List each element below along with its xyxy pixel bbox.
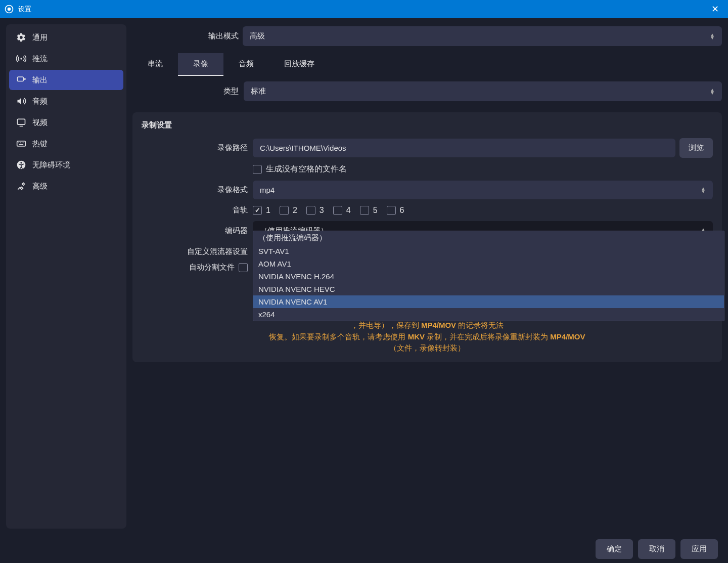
sidebar-item-label: 音频 xyxy=(32,97,48,106)
track-5-label: 5 xyxy=(373,206,378,215)
track-3-checkbox[interactable] xyxy=(306,206,315,215)
sidebar-item-general[interactable]: 通用 xyxy=(9,27,123,48)
track-1-checkbox[interactable] xyxy=(253,206,262,215)
svg-point-1 xyxy=(8,8,11,11)
sidebar-item-label: 视频 xyxy=(32,118,48,127)
monitor-output-icon xyxy=(16,75,26,85)
track-1-label: 1 xyxy=(266,206,270,215)
rec-path-row: 录像路径 C:\Users\ITHOME\Videos 浏览 xyxy=(142,138,713,158)
encoder-option-x264[interactable]: x264 xyxy=(253,308,724,321)
type-row: 类型 标准 ▲▼ xyxy=(132,81,722,101)
svg-point-7 xyxy=(18,143,19,144)
sidebar-item-label: 推流 xyxy=(32,54,48,64)
sidebar-item-label: 高级 xyxy=(32,182,48,191)
section-title: 录制设置 xyxy=(142,120,713,130)
keyboard-icon xyxy=(16,139,26,149)
rec-format-label: 录像格式 xyxy=(142,185,248,195)
no-spaces-checkbox[interactable] xyxy=(253,165,262,174)
speaker-icon xyxy=(16,96,26,106)
sidebar: 通用 推流 输出 音频 视频 热键 无障碍环境 高级 xyxy=(6,24,126,529)
encoder-option-aom-av1[interactable]: AOM AV1 xyxy=(253,257,724,270)
encoder-option-nvenc-h264[interactable]: NVIDIA NVENC H.264 xyxy=(253,270,724,283)
output-mode-label: 输出模式 xyxy=(132,31,239,41)
svg-point-2 xyxy=(20,58,22,59)
audio-tracks-label: 音轨 xyxy=(142,205,248,215)
no-spaces-row: 生成没有空格的文件名 xyxy=(142,164,713,175)
encoder-dropdown[interactable]: （使用推流编码器） SVT-AV1 AOM AV1 NVIDIA NVENC H… xyxy=(253,231,724,321)
svg-rect-6 xyxy=(17,141,26,146)
output-mode-select[interactable]: 高级 ▲▼ xyxy=(243,26,722,46)
tools-icon xyxy=(16,181,26,191)
app-icon xyxy=(4,4,14,14)
cancel-button[interactable]: 取消 xyxy=(638,539,675,559)
type-value: 标准 xyxy=(251,86,266,96)
output-mode-row: 输出模式 高级 ▲▼ xyxy=(132,24,722,48)
track-4-label: 4 xyxy=(346,206,351,215)
track-6-label: 6 xyxy=(400,206,404,215)
track-2-label: 2 xyxy=(293,206,297,215)
rec-path-label: 录像路径 xyxy=(142,143,248,153)
sidebar-item-accessibility[interactable]: 无障碍环境 xyxy=(9,155,123,175)
footer: 确定 取消 应用 xyxy=(0,535,728,563)
rec-path-input[interactable]: C:\Users\ITHOME\Videos xyxy=(253,139,675,157)
track-4-checkbox[interactable] xyxy=(333,206,342,215)
encoder-option-svt-av1[interactable]: SVT-AV1 xyxy=(253,245,724,257)
sidebar-item-output[interactable]: 输出 xyxy=(9,70,123,90)
window-title: 设置 xyxy=(18,5,706,14)
sidebar-item-label: 热键 xyxy=(32,139,48,149)
svg-rect-4 xyxy=(18,119,25,124)
auto-split-label: 自动分割文件 xyxy=(189,263,235,272)
encoder-option-nvenc-hevc[interactable]: NVIDIA NVENC HEVC xyxy=(253,283,724,295)
sidebar-item-hotkeys[interactable]: 热键 xyxy=(9,134,123,154)
tab-streaming[interactable]: 串流 xyxy=(132,53,178,76)
svg-point-9 xyxy=(22,143,23,144)
sidebar-item-advanced[interactable]: 高级 xyxy=(9,176,123,196)
auto-split-checkbox[interactable] xyxy=(239,263,248,272)
type-select[interactable]: 标准 ▲▼ xyxy=(244,81,722,101)
rec-format-value: mp4 xyxy=(260,186,275,194)
chevron-updown-icon: ▲▼ xyxy=(710,89,715,95)
audio-tracks-row: 音轨 1 2 3 4 5 6 xyxy=(142,205,713,215)
close-button[interactable]: ✕ xyxy=(706,4,724,15)
svg-point-10 xyxy=(23,143,24,144)
sidebar-item-audio[interactable]: 音频 xyxy=(9,91,123,111)
chevron-updown-icon: ▲▼ xyxy=(710,33,715,39)
rec-format-select[interactable]: mp4 ▲▼ xyxy=(253,181,713,199)
svg-point-13 xyxy=(20,162,22,163)
antenna-icon xyxy=(16,54,26,64)
ok-button[interactable]: 确定 xyxy=(596,539,633,559)
tab-replay-buffer[interactable]: 回放缓存 xyxy=(269,53,330,76)
tab-recording[interactable]: 录像 xyxy=(178,53,223,76)
sidebar-item-label: 通用 xyxy=(32,33,48,42)
encoder-label: 编码器 xyxy=(142,226,248,236)
encoder-option-stream[interactable]: （使用推流编码器） xyxy=(253,231,724,245)
gear-icon xyxy=(16,32,26,42)
encoder-option-nvenc-av1[interactable]: NVIDIA NVENC AV1 xyxy=(253,295,724,308)
track-3-label: 3 xyxy=(320,206,324,215)
sidebar-item-label: 无障碍环境 xyxy=(32,160,70,170)
sidebar-item-label: 输出 xyxy=(32,75,48,85)
sidebar-item-stream[interactable]: 推流 xyxy=(9,49,123,69)
browse-button[interactable]: 浏览 xyxy=(679,138,713,158)
display-icon xyxy=(16,117,26,127)
svg-rect-3 xyxy=(18,77,24,81)
svg-rect-11 xyxy=(19,144,23,145)
accessibility-icon xyxy=(16,160,26,170)
rec-format-row: 录像格式 mp4 ▲▼ xyxy=(142,181,713,199)
chevron-updown-icon: ▲▼ xyxy=(701,187,706,193)
titlebar: 设置 ✕ xyxy=(0,0,728,18)
apply-button[interactable]: 应用 xyxy=(680,539,718,559)
track-2-checkbox[interactable] xyxy=(280,206,289,215)
no-spaces-label: 生成没有空格的文件名 xyxy=(266,164,347,175)
sidebar-item-video[interactable]: 视频 xyxy=(9,112,123,133)
custom-mux-label: 自定义混流器设置 xyxy=(142,247,248,256)
svg-point-8 xyxy=(20,143,21,144)
track-5-checkbox[interactable] xyxy=(360,206,369,215)
warning-text: ，并电导），保存到 MP4/MOV 的记录将无法 恢复。如果要录制多个音轨，请考… xyxy=(142,320,713,354)
type-label: 类型 xyxy=(132,86,239,96)
track-6-checkbox[interactable] xyxy=(387,206,396,215)
tab-audio[interactable]: 音频 xyxy=(223,53,269,76)
output-mode-value: 高级 xyxy=(250,31,265,41)
output-tabs: 串流 录像 音频 回放缓存 xyxy=(132,53,722,76)
